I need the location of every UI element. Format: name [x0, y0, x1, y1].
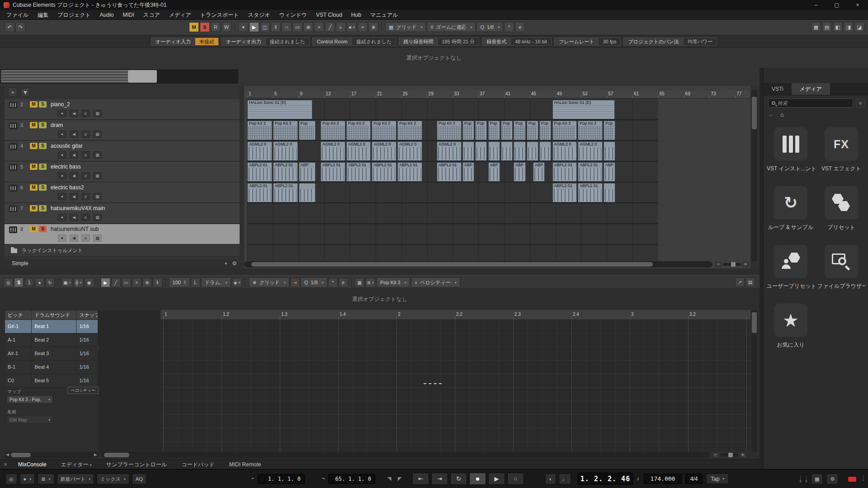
midi-clip[interactable]: ABPL2 01 — [552, 162, 577, 182]
editor-hscroll-thumb[interactable] — [104, 453, 129, 457]
media-tile[interactable]: FXVST エフェクト — [817, 127, 865, 173]
track-solo-button[interactable]: S — [39, 164, 47, 170]
midi-clip[interactable]: Pop — [514, 121, 525, 140]
midi-clip[interactable]: ABPL2 01 — [273, 183, 298, 202]
track-mute-button[interactable]: M — [30, 122, 38, 128]
record-enable-button[interactable]: ● — [58, 131, 66, 138]
midi-clip[interactable] — [539, 141, 551, 161]
midi-clip[interactable]: ABP — [299, 162, 316, 182]
midi-clip[interactable]: Pop — [299, 121, 316, 140]
quantize-panel-button[interactable]: e — [339, 278, 348, 287]
menu-item-4[interactable]: MIDI — [118, 10, 139, 20]
midi-clip[interactable]: Pop Kit 3 — [321, 121, 345, 140]
instrument-icon[interactable]: ▦ — [93, 131, 102, 138]
midi-clip[interactable]: AGML2 0 — [552, 141, 577, 161]
zoom-out-button[interactable]: − — [712, 452, 719, 458]
midi-clip[interactable]: Pop — [527, 121, 538, 140]
pin-button[interactable]: ◎ — [4, 278, 13, 287]
midi-clip[interactable]: AGML2 0 — [346, 141, 371, 161]
controller-lane-label[interactable]: ベロシティー — [68, 387, 99, 394]
info-value[interactable]: 185 時間 21 分 — [437, 38, 479, 46]
midi-clip[interactable]: ABPL2 01 — [247, 162, 272, 182]
record-button[interactable]: ○ — [507, 473, 524, 485]
audio-record-mode-dropdown[interactable]: ≣▾ — [38, 474, 54, 484]
midi-clip[interactable]: ABP — [604, 162, 615, 182]
open-editor-window-button[interactable]: ↗ — [735, 277, 745, 287]
snap-type-dropdown[interactable]: ⋇グリッド▾ — [249, 277, 289, 287]
deactivate-all-mute-button[interactable]: M — [189, 22, 199, 32]
track-mute-button[interactable]: M — [30, 101, 38, 108]
drum-sound-row[interactable]: A-1Beat 21/16 — [5, 333, 99, 347]
editor-vscrollbar[interactable] — [751, 310, 757, 452]
midi-clip[interactable] — [514, 141, 525, 161]
midi-keyboard-button[interactable]: ▦ — [811, 474, 823, 484]
zoom-in-button[interactable]: + — [742, 262, 749, 267]
bottom-tab-2[interactable]: サンプラーコントロール — [99, 460, 175, 469]
time-signature-display[interactable]: 4/4 — [685, 474, 703, 484]
selection-tool-dropdown[interactable]: ▾ — [238, 22, 248, 32]
close-lower-zone-button[interactable]: × — [0, 461, 11, 468]
midi-clip[interactable]: ABPL2 01 — [321, 162, 345, 182]
midi-clip[interactable]: Pop Kit 3 — [397, 121, 422, 140]
midi-clip[interactable] — [488, 141, 500, 161]
record-enable-button[interactable]: ● — [58, 110, 66, 117]
media-search-input[interactable]: 検索 — [768, 99, 853, 108]
erase-tool[interactable]: ▭ — [122, 278, 131, 287]
erase-tool[interactable]: ▭ — [292, 22, 302, 32]
event-colors-dropdown[interactable]: ◈▾ — [232, 278, 242, 287]
info-value[interactable]: 接続されました — [265, 38, 310, 46]
menu-item-12[interactable]: マニュアル — [366, 10, 402, 20]
zone-divider[interactable] — [760, 68, 763, 469]
zoom-slider[interactable] — [720, 454, 738, 456]
media-tile[interactable]: ★お気に入り — [767, 304, 815, 349]
midi-clip[interactable] — [501, 141, 513, 161]
midi-clip[interactable] — [527, 141, 538, 161]
crosshair-dropdown[interactable]: ╬▾ — [73, 278, 83, 287]
monitor-button[interactable]: ◀ — [70, 110, 78, 117]
instrument-icon[interactable]: ▦ — [93, 172, 102, 179]
previous-marker-button[interactable]: ⇤ — [412, 473, 429, 485]
toolbar-setup-button[interactable]: ▦ — [811, 22, 821, 32]
bottom-tab-4[interactable]: MIDI Remote — [222, 460, 269, 469]
midi-clip[interactable] — [475, 141, 487, 161]
track-row[interactable]: 5MSelectric bass●◀e▦ — [5, 162, 240, 182]
spin-down-icon[interactable]: ▼ — [184, 282, 186, 285]
length-link-button[interactable]: L — [191, 278, 200, 287]
menu-item-3[interactable]: Audio — [95, 10, 118, 20]
track-row[interactable]: 3MSdram●◀e▦ — [5, 120, 240, 141]
midi-clip[interactable]: ABPL2 01 — [552, 183, 577, 202]
media-tile[interactable]: ユーザープリセット — [767, 245, 815, 290]
midi-clip[interactable]: Pop — [488, 121, 500, 140]
drum-map-select[interactable]: Pop Kit 3 - Pop. ▾ — [7, 395, 53, 404]
tempo-display[interactable]: 174.000 — [644, 474, 682, 484]
midi-clip[interactable]: Pop Kit 3 — [247, 121, 272, 140]
track-solo-button[interactable]: S — [39, 205, 47, 211]
midi-clip[interactable]: ABPL2 01 — [397, 162, 422, 182]
track-row[interactable]: 8MShatsunemikuNT sub●◀e▦ — [5, 224, 240, 244]
menu-item-5[interactable]: スコア — [139, 10, 165, 20]
menu-item-9[interactable]: ウィンドウ — [275, 10, 311, 20]
hscroll-thumb[interactable] — [251, 262, 653, 267]
quantize-panel-button[interactable]: e — [515, 22, 525, 32]
undo-button[interactable]: ↶ — [5, 22, 14, 32]
monitor-button[interactable]: ◀ — [70, 151, 78, 159]
record-enable-button[interactable]: ● — [58, 193, 66, 200]
object-selection-tool[interactable]: ▶ — [101, 278, 110, 287]
drum-sound-row[interactable]: A#-1Beat 31/16 — [5, 347, 99, 361]
instrument-icon[interactable]: ▦ — [93, 110, 102, 117]
drum-map-setup-button[interactable]: ▦ — [355, 278, 364, 287]
zoom-out-button[interactable]: − — [715, 262, 722, 267]
constrain-delay-button[interactable]: ◎ — [5, 474, 17, 484]
drum-note-grid[interactable] — [160, 320, 750, 452]
midi-clip[interactable]: Pop — [501, 121, 513, 140]
common-record-mode-dropdown[interactable]: ●▾ — [20, 474, 35, 484]
menu-item-8[interactable]: スタジオ — [244, 10, 275, 20]
midi-clip[interactable]: ABPL2 01 — [346, 162, 371, 182]
monitor-button[interactable]: ◀ — [70, 172, 78, 179]
iterative-quantize-button[interactable]: * — [504, 22, 514, 32]
midi-clip[interactable]: AGML2 0 — [372, 141, 396, 161]
transport-grip[interactable]: ⋮⋮ — [860, 474, 868, 482]
editor-ruler[interactable]: 11.21.31.422.22.32.433.2 — [160, 310, 750, 320]
left-locator-display[interactable]: 1. 1. 1. 0 — [258, 474, 305, 484]
deactivate-all-solo-button[interactable]: S — [200, 22, 210, 32]
